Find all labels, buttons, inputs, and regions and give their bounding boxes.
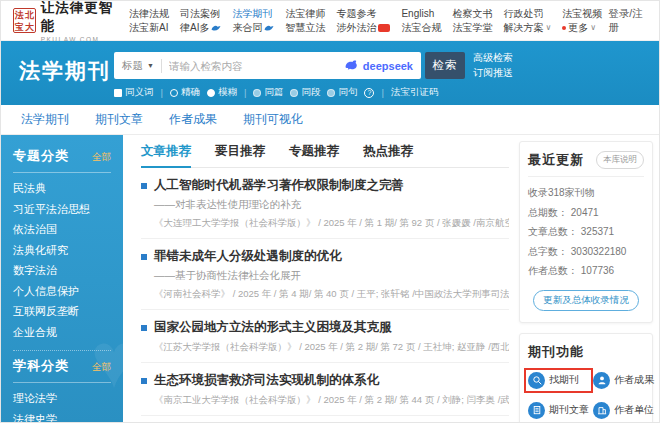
recommend-tabs: 文章推荐要目推荐专题推荐热点推荐 <box>141 135 509 168</box>
recommend-tab-1[interactable]: 要目推荐 <box>215 135 265 168</box>
seal-logo-icon: 法北宝大 <box>13 8 36 33</box>
right-column: 最近更新 本库说明 收录318家刊物总期数： 20471文章总数： 325371… <box>519 141 653 423</box>
notification-dot-icon <box>562 26 566 30</box>
article-title-link[interactable]: 人工智能时代机器学习著作权限制制度之完善 <box>141 177 509 194</box>
nav-link-top[interactable]: English <box>401 7 441 21</box>
help-icon: ? <box>364 88 374 98</box>
nav-link-bottom[interactable]: 法宝合规 <box>401 21 441 35</box>
search-field-label: 标题 <box>122 59 143 73</box>
option-help[interactable]: ? <box>364 88 374 98</box>
recommend-tab-2[interactable]: 专题推荐 <box>289 135 339 168</box>
nav-link-top[interactable]: 司法案例 <box>180 7 221 21</box>
page-tab-1[interactable]: 期刊文章 <box>95 111 143 128</box>
checkbox-icon <box>114 89 122 97</box>
function-article[interactable]: 期刊文章 <box>528 402 589 419</box>
recommend-tab-0[interactable]: 文章推荐 <box>141 135 191 168</box>
article-title-link[interactable]: 罪错未成年人分级处遇制度的优化 <box>141 248 509 265</box>
nav-link-top[interactable]: 法律法规 <box>129 7 169 21</box>
article-title-link[interactable]: 国家公园地方立法的形式主义困境及其克服 <box>141 319 509 336</box>
function-org[interactable]: 作者单位 <box>593 402 654 419</box>
nav-link-top[interactable]: 法宝律师 <box>285 7 325 21</box>
update-overview-button[interactable]: 更新及总体收录情况 <box>533 290 639 311</box>
option-radio-filled[interactable]: 模糊 <box>207 86 237 99</box>
sidebar-item[interactable]: 法典化研究 <box>13 240 111 261</box>
nav-item-3: 法宝律师智慧立法 <box>285 7 325 35</box>
search-header: 法学期刊 标题 ▼ deepseek 检索 高级检索 订阅推送 同义词|精确模糊… <box>1 41 660 105</box>
sidebar-item[interactable]: 个人信息保护 <box>13 281 111 302</box>
advanced-search-link[interactable]: 高级检索 <box>473 50 513 65</box>
login-register-link[interactable]: 登录/注册 <box>608 7 649 35</box>
nav-link-bottom[interactable]: 律AI多 <box>180 21 221 35</box>
deepseek-toggle[interactable]: deepseek <box>344 59 413 73</box>
sidebar-item[interactable]: 习近平法治思想 <box>13 199 111 220</box>
subscribe-push-link[interactable]: 订阅推送 <box>473 65 513 80</box>
radio-selected-icon <box>207 89 215 97</box>
library-info-button[interactable]: 本库说明 <box>596 151 644 169</box>
nav-link-bottom-label: 律AI多 <box>180 21 209 35</box>
nav-item-7: 行政处罚解决方案∨ <box>503 7 551 35</box>
sidebar-item[interactable]: 依法治国 <box>13 219 111 240</box>
option-radio-dim[interactable]: 同篇 <box>253 86 283 99</box>
category-sidebar: 专题分类全部民法典习近平法治思想依法治国法典化研究数字法治个人信息保护互联网反垄… <box>1 135 123 423</box>
search-field-dropdown[interactable]: 标题 ▼ <box>122 59 154 73</box>
nav-link-top[interactable]: 法宝视频 <box>562 7 602 21</box>
page-tab-2[interactable]: 作者成果 <box>169 111 217 128</box>
nav-link-bottom[interactable]: 智慧立法 <box>285 21 325 35</box>
stat-line: 总字数： 3030322180 <box>528 242 644 262</box>
nav-link-bottom-label: 来合同 <box>232 21 262 35</box>
option-radio-dim[interactable]: 同段 <box>290 86 320 99</box>
divider: | <box>161 87 163 98</box>
bullet-icon <box>141 254 147 260</box>
nav-link-top[interactable]: 行政处罚 <box>503 7 551 21</box>
nav-item-4: 专题参考涉外法治 <box>336 7 390 35</box>
divider: | <box>381 87 383 98</box>
article-meta: 《南京工业大学学报（社会科学版）》 / 2025 年 / 第 2 期/ 第 44… <box>154 394 509 407</box>
sidebar-section-title: 学科分类 <box>13 357 69 375</box>
article-item: 罪错未成年人分级处遇制度的优化——基于协商性法律社会化展开《河南社会科学》 / … <box>141 239 509 310</box>
page-tab-0[interactable]: 法学期刊 <box>21 111 69 128</box>
nav-link-bottom[interactable]: 涉外法治 <box>336 21 390 35</box>
pkulaw-logo[interactable]: 法北宝大 让法律更智能 PKULAW.COM <box>13 0 119 43</box>
nav-link-bottom-label: 法宝新AI <box>129 21 168 35</box>
article-item: 国家公园地方立法的形式主义困境及其克服《江苏大学学报（社会科学版）》 / 202… <box>141 310 509 363</box>
sidebar-item[interactable]: 民法典 <box>13 178 111 199</box>
nav-link-top[interactable]: 专题参考 <box>336 7 390 21</box>
stats-list: 收录318家刊物总期数： 20471文章总数： 325371总字数： 30303… <box>528 183 644 281</box>
function-journal-search[interactable]: 找期刊 <box>528 372 589 389</box>
option-radio-dim[interactable]: 同句 <box>327 86 357 99</box>
sidebar-item[interactable]: 法律史学 <box>13 409 111 423</box>
function-label: 作者成果 <box>614 373 654 387</box>
nav-link-top[interactable]: 法学期刊 <box>232 7 274 21</box>
function-author[interactable]: 作者成果 <box>593 372 654 389</box>
nav-item-1: 司法案例律AI多 <box>180 7 221 35</box>
nav-item-6: 检察文书法宝学堂 <box>452 7 492 35</box>
option-radio[interactable]: 精确 <box>170 86 200 99</box>
top-navbar: 法北宝大 让法律更智能 PKULAW.COM 法律法规法宝新AI司法案例律AI多… <box>1 1 660 41</box>
recommend-tab-3[interactable]: 热点推荐 <box>363 135 413 168</box>
divider <box>528 176 644 177</box>
bird-icon <box>264 24 274 32</box>
deepseek-label: deepseek <box>363 60 413 72</box>
nav-link-bottom[interactable]: 法宝学堂 <box>452 21 492 35</box>
page-tab-3[interactable]: 期刊可视化 <box>243 111 303 128</box>
seal-char: 宝 <box>14 21 24 33</box>
seal-char: 大 <box>24 21 34 33</box>
nav-link-bottom[interactable]: 法宝新AI <box>129 21 169 35</box>
radio-dim-icon <box>290 89 298 97</box>
sidebar-item[interactable]: 数字法治 <box>13 260 111 281</box>
search-button[interactable]: 检索 <box>425 52 465 79</box>
article-title-link[interactable]: 生态环境损害救济司法实现机制的体系化 <box>141 372 509 389</box>
option-link[interactable]: 法宝引证码 <box>391 86 439 99</box>
option-label: 同义词 <box>125 86 154 99</box>
sidebar-all-link[interactable]: 全部 <box>92 151 111 164</box>
nav-link-bottom-label: 法宝合规 <box>401 21 441 35</box>
function-label: 期刊文章 <box>549 403 589 417</box>
nav-link-bottom[interactable]: 来合同 <box>232 21 274 35</box>
search-input[interactable] <box>169 60 344 72</box>
nav-link-bottom[interactable]: 更多∨ <box>562 21 602 35</box>
option-label: 同句 <box>338 86 357 99</box>
option-label: 精确 <box>181 86 200 99</box>
nav-link-bottom[interactable]: 解决方案∨ <box>503 21 551 35</box>
option-checkbox[interactable]: 同义词 <box>114 86 154 99</box>
nav-link-top[interactable]: 检察文书 <box>452 7 492 21</box>
